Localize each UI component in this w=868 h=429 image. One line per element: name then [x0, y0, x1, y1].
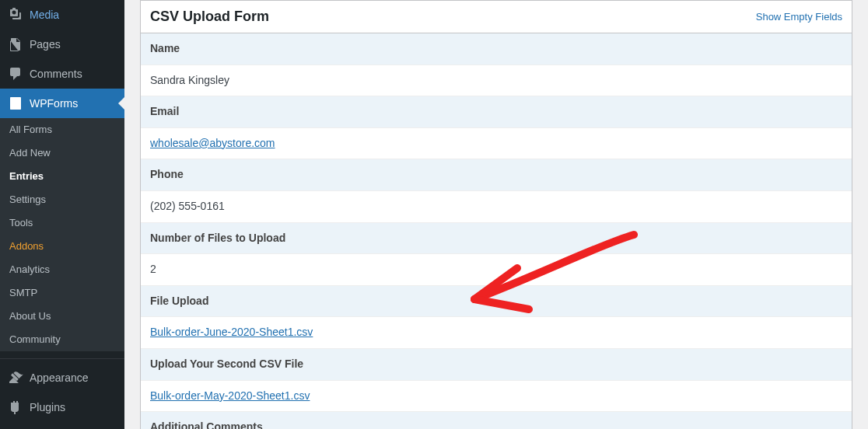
field-label: Name — [141, 33, 852, 65]
entry-fields-table: NameSandra KingsleyEmailwholesale@abysto… — [141, 33, 852, 429]
content-area: CSV Upload Form Show Empty Fields NameSa… — [124, 0, 868, 429]
field-value: 2 — [141, 254, 852, 286]
menu-item-plugins[interactable]: Plugins — [0, 392, 124, 422]
field-value-link[interactable]: wholesale@abystore.com — [150, 137, 275, 149]
submenu-item-tools[interactable]: Tools — [0, 211, 124, 235]
menu-item-comments[interactable]: Comments — [0, 59, 124, 89]
field-label-row: File Upload — [141, 285, 852, 317]
field-value-link[interactable]: Bulk-order-June-2020-Sheet1.csv — [150, 326, 313, 338]
pages-icon — [8, 37, 23, 52]
entry-details-panel: CSV Upload Form Show Empty Fields NameSa… — [140, 0, 852, 429]
field-label: File Upload — [141, 285, 852, 317]
show-empty-fields-link[interactable]: Show Empty Fields — [756, 11, 842, 23]
field-value-row: Bulk-order-May-2020-Sheet1.csv — [141, 380, 852, 412]
menu-item-label: WPForms — [30, 96, 78, 110]
field-label: Additional Comments — [141, 412, 852, 429]
wpforms-icon — [8, 96, 23, 111]
plugins-icon — [8, 399, 23, 415]
field-value: Sandra Kingsley — [141, 65, 852, 96]
comments-icon — [8, 66, 23, 82]
submenu-item-settings[interactable]: Settings — [0, 188, 124, 211]
field-value-row: 2 — [141, 254, 852, 286]
menu-item-wpforms[interactable]: WPForms — [0, 89, 124, 118]
panel-title: CSV Upload Form — [150, 9, 269, 25]
field-label-row: Number of Files to Upload — [141, 222, 852, 254]
field-value-row: (202) 555-0161 — [141, 190, 852, 222]
menu-item-label: Plugins — [30, 400, 65, 414]
field-value-row: Sandra Kingsley — [141, 65, 852, 96]
field-value-link[interactable]: Bulk-order-May-2020-Sheet1.csv — [150, 389, 310, 402]
field-label-row: Email — [141, 96, 852, 128]
field-label-row: Name — [141, 33, 852, 65]
appearance-icon — [8, 370, 23, 385]
field-label-row: Upload Your Second CSV File — [141, 348, 852, 380]
submenu-item-community[interactable]: Community — [0, 328, 124, 351]
field-value-row: wholesale@abystore.com — [141, 127, 852, 159]
submenu-item-all-forms[interactable]: All Forms — [0, 118, 124, 141]
submenu-item-about-us[interactable]: About Us — [0, 305, 124, 328]
submenu-item-smtp[interactable]: SMTP — [0, 281, 124, 305]
menu-item-label: Media — [30, 8, 59, 22]
field-label: Number of Files to Upload — [141, 222, 852, 254]
menu-item-media[interactable]: Media — [0, 0, 124, 30]
field-value: (202) 555-0161 — [141, 190, 852, 222]
menu-item-label: Appearance — [30, 371, 89, 385]
field-label: Phone — [141, 159, 852, 191]
field-value: wholesale@abystore.com — [141, 127, 852, 159]
submenu-item-entries[interactable]: Entries — [0, 165, 124, 188]
field-label: Upload Your Second CSV File — [141, 348, 852, 380]
menu-item-users[interactable]: Users — [0, 422, 124, 429]
field-label-row: Phone — [141, 159, 852, 191]
wpforms-submenu: All Forms Add New Entries Settings Tools… — [0, 118, 124, 351]
menu-item-label: Pages — [30, 37, 61, 51]
panel-header: CSV Upload Form Show Empty Fields — [141, 1, 852, 33]
field-label: Email — [141, 96, 852, 128]
field-label-row: Additional Comments — [141, 412, 852, 429]
field-value: Bulk-order-June-2020-Sheet1.csv — [141, 317, 852, 349]
submenu-item-analytics[interactable]: Analytics — [0, 258, 124, 281]
menu-item-label: Comments — [30, 67, 82, 81]
admin-sidebar: Media Pages Comments WPForms All Forms A… — [0, 0, 124, 429]
submenu-item-addons[interactable]: Addons — [0, 235, 124, 258]
menu-item-appearance[interactable]: Appearance — [0, 363, 124, 392]
menu-separator — [0, 355, 124, 359]
field-value-row: Bulk-order-June-2020-Sheet1.csv — [141, 317, 852, 349]
field-value: Bulk-order-May-2020-Sheet1.csv — [141, 380, 852, 412]
submenu-item-add-new[interactable]: Add New — [0, 141, 124, 165]
menu-item-pages[interactable]: Pages — [0, 30, 124, 59]
media-icon — [8, 7, 23, 23]
